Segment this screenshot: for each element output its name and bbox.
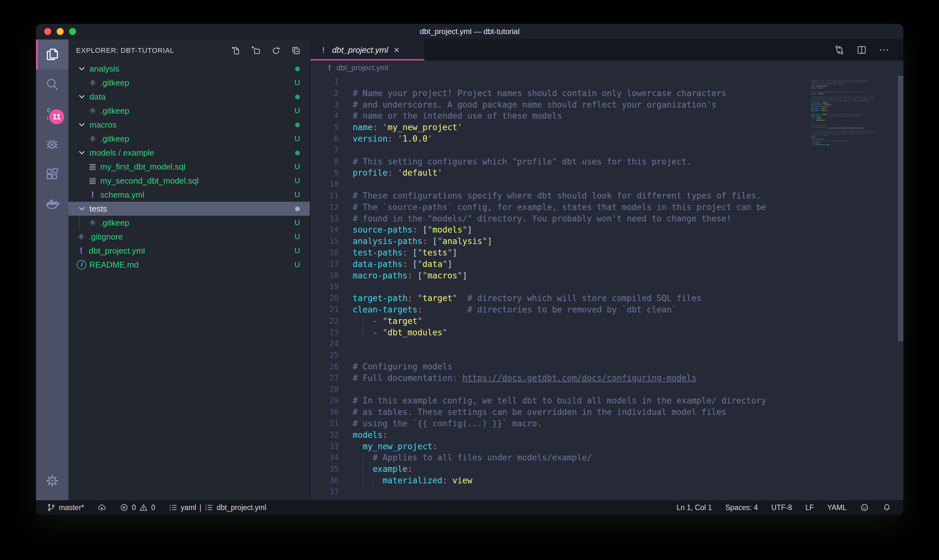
error-count: 0 [132,503,136,512]
code-line-11[interactable]: 11# These configurations specify where d… [310,190,904,202]
code-line-32[interactable]: 32models: [310,429,904,441]
tree-item--gitkeep[interactable]: .gitkeepU [68,216,310,230]
activity-debug-button[interactable] [36,129,68,159]
code-text: # The `source-paths` config, for example… [339,202,766,213]
language-mode-item[interactable]: YAML [827,503,847,512]
tab-dbt-project-yml[interactable]: ! dbt_project.yml × [310,40,424,60]
breadcrumb[interactable]: ! dbt_project.yml [310,60,904,75]
tree-item-tests[interactable]: tests [68,202,310,216]
git-branch-item[interactable]: master* [47,503,84,512]
code-line-21[interactable]: 21clean-targets: # directories to be rem… [310,304,904,315]
code-text: macro-paths: ["macros"] [339,270,467,282]
tree-item-label: schema.yml [100,190,145,200]
tree-item-schema-yml[interactable]: !schema.ymlU [68,188,310,202]
code-line-37[interactable]: 37 [310,486,904,498]
tree-item-analysis[interactable]: analysis [68,62,310,76]
indentation-item[interactable]: Spaces: 4 [725,503,758,512]
checklist-icon [204,503,213,512]
code-text [339,384,353,395]
line-number: 20 [310,293,339,304]
code-line-17[interactable]: 17data-paths: ["data"] [310,259,904,270]
code-line-34[interactable]: 34 # Applies to all files under models/e… [310,452,904,464]
new-file-icon[interactable] [231,46,241,55]
tree-item-data[interactable]: data [68,90,310,104]
tree-item-my-first-dbt-model-sql[interactable]: my_first_dbt_model.sqlU [68,160,310,174]
code-line-26[interactable]: 26# Configuring models [310,361,904,372]
code-line-19[interactable]: 19 [310,281,904,293]
tree-item--gitkeep[interactable]: .gitkeepU [68,132,310,146]
code-line-10[interactable]: 10 [310,179,904,190]
code-line-24[interactable]: 24 [310,338,904,350]
activity-extensions-button[interactable] [36,159,68,189]
code-line-33[interactable]: 33 my_new_project: [310,441,904,452]
code-line-8[interactable]: 8# This setting configures which "profil… [310,156,904,168]
tree-item-readme-md[interactable]: iREADME.mdU [68,258,310,272]
tree-item-models-example[interactable]: models / example [68,146,310,160]
title-bar[interactable]: dbt_project.yml — dbt-tutorial [36,24,904,40]
code-line-15[interactable]: 15analysis-paths: ["analysis"] [310,236,904,247]
line-number: 27 [310,372,339,384]
yaml-file-icon: ! [88,190,97,200]
split-editor-icon[interactable] [856,45,867,55]
code-line-27[interactable]: 27# Full documentation: https://docs.get… [310,372,904,384]
notifications-item[interactable] [882,503,891,512]
bug-icon [45,137,60,151]
code-line-22[interactable]: 22 - "target" [310,315,904,327]
code-line-9[interactable]: 9profile: 'default' [310,168,904,179]
tree-item-my-second-dbt-model-sql[interactable]: my_second_dbt_model.sqlU [68,174,310,188]
sync-changes-item[interactable] [97,503,106,512]
cursor-position-item[interactable]: Ln 1, Col 1 [677,503,712,512]
eol-item[interactable]: LF [805,503,814,512]
problems-item[interactable]: 0 0 [120,503,155,512]
tab-close-icon[interactable]: × [394,45,399,55]
new-folder-icon[interactable] [251,46,261,55]
line-number: 7 [310,145,339,156]
code-line-30[interactable]: 30# as tables. These settings can be ove… [310,407,904,418]
code-line-35[interactable]: 35 example: [310,464,904,475]
line-number: 4 [310,111,339,122]
tree-item-dbt-project-yml[interactable]: !dbt_project.ymlU [68,244,310,258]
compare-changes-icon[interactable] [834,45,845,55]
encoding-item[interactable]: UTF-8 [771,503,792,512]
refresh-icon[interactable] [271,46,281,55]
line-number: 32 [310,429,339,441]
schema-file: dbt_project.yml [217,503,266,512]
code-editor[interactable]: 12# Name your project! Project names sho… [310,75,904,500]
code-line-36[interactable]: 36 materialized: view [310,475,904,486]
checklist-icon [169,503,178,512]
code-line-28[interactable]: 28 [310,384,904,395]
feedback-item[interactable] [860,503,869,512]
code-line-12[interactable]: 12# The `source-paths` config, for examp… [310,202,904,213]
yaml-schema-item[interactable]: yaml | dbt_project.yml [169,503,266,512]
code-line-18[interactable]: 18macro-paths: ["macros"] [310,270,904,282]
tree-item--gitkeep[interactable]: .gitkeepU [68,76,310,90]
code-text [339,179,353,190]
tree-item--gitignore[interactable]: .gitignoreU [68,230,310,244]
line-number: 8 [310,156,339,168]
more-actions-icon[interactable] [879,45,889,55]
code-line-16[interactable]: 16test-paths: ["tests"] [310,247,904,259]
code-line-20[interactable]: 20target-path: "target" # directory whic… [310,293,904,304]
tree-item-macros[interactable]: macros [68,118,310,132]
code-text: # These configurations specify where dbt… [339,190,761,202]
git-file-icon [88,134,97,143]
activity-explorer-button[interactable] [36,40,68,69]
code-line-14[interactable]: 14source-paths: ["models"] [310,224,904,236]
collapse-folders-icon[interactable] [291,46,301,55]
code-text: - "dbt_modules" [339,327,447,338]
settings-gear-button[interactable] [36,466,68,496]
activity-search-button[interactable] [36,69,68,99]
tree-item--gitkeep[interactable]: .gitkeepU [68,104,310,118]
code-line-25[interactable]: 25 [310,350,904,361]
activity-source-control-button[interactable]: 11 [36,99,68,129]
activity-docker-button[interactable] [36,189,68,219]
code-line-23[interactable]: 23 - "dbt_modules" [310,327,904,338]
minimap[interactable]: # Name your project! Project names shoul… [811,78,885,148]
editor-scrollbar[interactable] [898,76,904,342]
code-line-29[interactable]: 29# In this example config, we tell dbt … [310,395,904,407]
breadcrumb-file[interactable]: dbt_project.yml [336,63,388,72]
code-line-13[interactable]: 13# found in the "models/" directory. Yo… [310,213,904,225]
code-line-31[interactable]: 31# using the `{{ config(...) }}` macro. [310,418,904,429]
code-text [339,76,353,88]
line-number: 25 [310,350,339,361]
